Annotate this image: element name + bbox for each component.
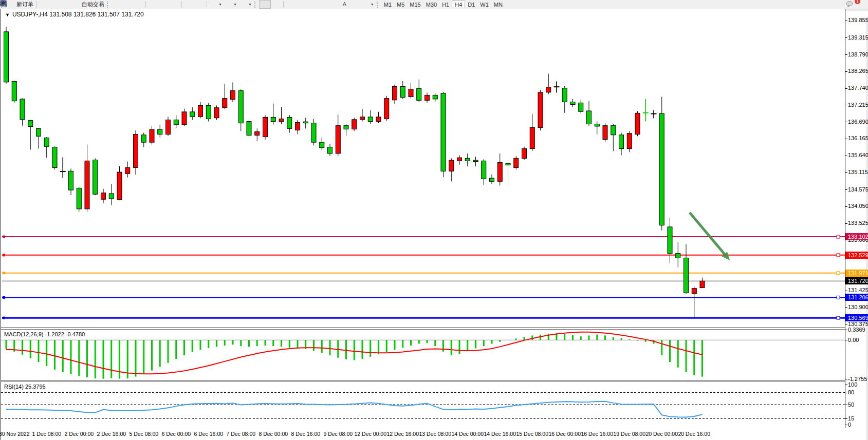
line-right-handle[interactable]: [837, 272, 840, 275]
arrows-tool-button[interactable]: ▼: [361, 1, 376, 8]
tab-timeframe-d1[interactable]: D1: [465, 1, 477, 8]
candle-body: [562, 88, 567, 102]
rsi-tick-label: 80: [848, 389, 854, 395]
candle-body: [52, 147, 57, 167]
tile-windows-button[interactable]: [169, 1, 180, 8]
candle-body: [20, 99, 25, 120]
periods-clock-button[interactable]: ▼: [224, 1, 238, 8]
market-watch-button[interactable]: [49, 1, 60, 8]
horizontal-line-tool-button[interactable]: [296, 1, 307, 8]
line-left-handle[interactable]: [3, 272, 5, 274]
candle-body: [676, 254, 680, 258]
candle-body: [336, 126, 340, 154]
toolbar-grip[interactable]: [254, 2, 258, 8]
market-watch-icon: [51, 1, 59, 8]
chart-window: ▼USDJPY-,H4 131.508 131.826 131.507 131.…: [0, 9, 868, 440]
price-tick-label: 136.165: [848, 135, 868, 141]
tab-timeframe-m15[interactable]: M15: [407, 1, 423, 8]
candle-body: [490, 178, 494, 181]
zoom-in-button[interactable]: [147, 1, 158, 8]
line-left-handle[interactable]: [3, 296, 5, 299]
candle-chart-mode-button[interactable]: [122, 1, 133, 8]
line-left-handle[interactable]: [3, 254, 5, 256]
axis-tick: [845, 139, 847, 139]
crosshair-tool-button[interactable]: [271, 1, 282, 8]
cursor-tool-button[interactable]: [259, 0, 271, 9]
candle-body: [85, 161, 89, 209]
tab-timeframe-m1[interactable]: M1: [381, 1, 394, 8]
equidistant-channel-icon: E: [319, 1, 327, 8]
line-right-handle[interactable]: [837, 316, 840, 319]
price-tick-label: 136.690: [848, 119, 868, 125]
price-tick-label: 133.525: [848, 220, 868, 226]
new-chart-button[interactable]: ▼: [209, 1, 224, 8]
bar-chart-mode-button[interactable]: [112, 1, 122, 8]
signals-button[interactable]: [60, 1, 71, 8]
new-order-button[interactable]: 新订单: [6, 1, 35, 8]
time-axis-label: 20 Dec 16:00: [671, 431, 717, 437]
axis-tick: [845, 340, 847, 340]
axis-tick: [845, 206, 847, 207]
candle-body: [579, 103, 583, 111]
chart-shift-button[interactable]: [183, 1, 194, 8]
text-label-tool-button[interactable]: T: [350, 1, 361, 8]
rsi-line: [6, 401, 703, 417]
templates-button[interactable]: ▼: [238, 1, 253, 8]
tab-timeframe-w1[interactable]: W1: [477, 1, 491, 8]
tab-timeframe-m5[interactable]: M5: [394, 1, 407, 8]
collapse-triangle-icon[interactable]: ▼: [5, 12, 10, 17]
tab-timeframe-h4[interactable]: H4: [452, 1, 465, 8]
candle-body: [93, 160, 98, 194]
chevron-down-icon: ▼: [371, 3, 374, 6]
axis-tick: [845, 223, 847, 224]
channel-tool-button[interactable]: E: [318, 1, 328, 8]
candle-body: [198, 105, 203, 117]
auto-scroll-button[interactable]: [194, 1, 205, 8]
toolbar-grip[interactable]: [107, 2, 110, 8]
tab-timeframe-h1[interactable]: H1: [439, 1, 452, 8]
candle-body: [433, 95, 437, 99]
candle-body: [400, 87, 405, 98]
trend-arrow[interactable]: [690, 213, 726, 256]
toolbar-grip[interactable]: [377, 2, 380, 8]
line-left-handle[interactable]: [3, 317, 5, 319]
candle-body: [69, 171, 73, 190]
line-right-handle[interactable]: [837, 296, 840, 299]
macd-label: MACD(12,26,9) -1.2022 -0.4780: [4, 331, 85, 337]
line-left-handle[interactable]: [3, 236, 5, 238]
candle-body: [465, 158, 470, 161]
price-tick-label: 139.315: [848, 34, 868, 41]
chevron-down-icon: ▼: [248, 3, 252, 6]
candle-body: [692, 289, 696, 294]
candle-body: [109, 194, 114, 199]
text-tool-button[interactable]: A: [339, 1, 350, 8]
candle-body: [271, 117, 275, 121]
fibonacci-tool-button[interactable]: F: [328, 1, 339, 8]
tab-timeframe-mn[interactable]: MN: [491, 1, 505, 8]
price-flag: 132.529: [845, 252, 868, 259]
line-right-handle[interactable]: [837, 235, 840, 238]
auto-trade-button[interactable]: 自动交易: [71, 1, 106, 8]
search-button[interactable]: [835, 1, 846, 8]
vertical-line-tool-button[interactable]: [285, 1, 296, 8]
candle-body: [4, 32, 9, 82]
text-tool-icon: A: [341, 1, 348, 8]
candle-body: [255, 132, 260, 136]
price-tick-label: 130.900: [848, 304, 868, 310]
candle-body: [473, 160, 478, 161]
trendline-tool-button[interactable]: [307, 1, 318, 8]
candle-body: [263, 117, 268, 137]
line-right-handle[interactable]: [837, 254, 840, 257]
price-tick-label: 131.425: [848, 287, 868, 293]
line-chart-mode-button[interactable]: [133, 1, 144, 8]
price-flag: 131.206: [845, 294, 868, 301]
price-tick-label: 134.050: [848, 203, 868, 209]
tab-timeframe-m30[interactable]: M30: [423, 1, 439, 8]
zoom-out-button[interactable]: [158, 1, 169, 8]
candle-body: [101, 193, 106, 199]
time-axis[interactable]: 30 Nov 20221 Dec 08:002 Dec 00:002 Dec 1…: [1, 429, 868, 440]
candle-body: [393, 87, 397, 100]
price-tick-label: 137.740: [848, 85, 868, 91]
styles-button[interactable]: [39, 1, 49, 8]
notifications-button[interactable]: 1: [846, 1, 857, 8]
